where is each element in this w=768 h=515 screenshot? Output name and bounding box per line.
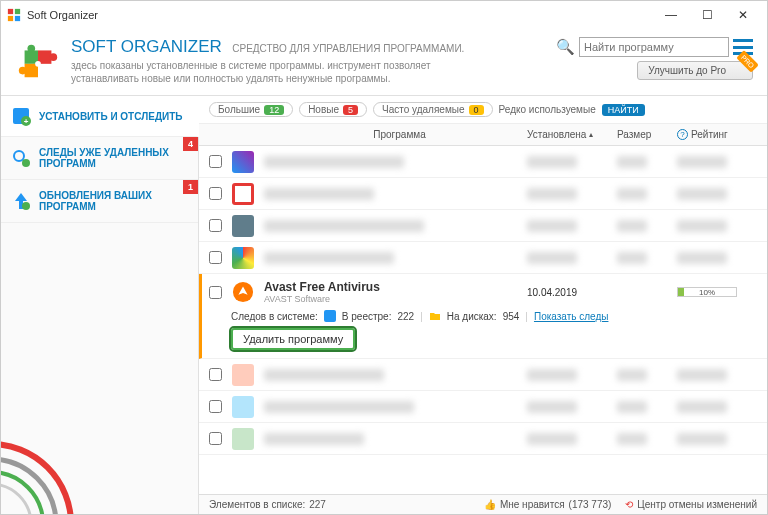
pro-badge: PRO — [736, 50, 759, 73]
traces-icon — [11, 148, 31, 168]
svg-rect-1 — [15, 9, 20, 14]
titlebar: Soft Organizer — ☐ ✕ — [1, 1, 767, 29]
status-bar: Элементов в списке: 227 👍 Мне нравится (… — [199, 494, 767, 514]
svg-rect-2 — [8, 16, 13, 21]
sidebar-item-updates[interactable]: ОБНОВЛЕНИЯ ВАШИХ ПРОГРАММ 1 — [1, 180, 198, 223]
upgrade-pro-label: Улучшить до Pro — [648, 65, 726, 76]
undo-center-button[interactable]: ⟲ Центр отмены изменений — [625, 499, 757, 510]
column-size[interactable]: Размер — [617, 129, 677, 140]
row-checkbox[interactable] — [209, 368, 222, 381]
sidebar-item-label: УСТАНОВИТЬ И ОТСЛЕДИТЬ — [39, 111, 183, 122]
table-row[interactable] — [199, 210, 767, 242]
puzzle-icon — [15, 37, 61, 83]
app-logo-icon — [7, 8, 21, 22]
svg-rect-3 — [15, 16, 20, 21]
find-button[interactable]: НАЙТИ — [602, 104, 645, 116]
sidebar: + УСТАНОВИТЬ И ОТСЛЕДИТЬ СЛЕДЫ УЖЕ УДАЛЕ… — [1, 96, 199, 514]
disk-count: 954 — [503, 311, 520, 322]
filter-big[interactable]: Большие12 — [209, 102, 293, 117]
undo-icon: ⟲ — [625, 499, 633, 510]
registry-count: 222 — [397, 311, 414, 322]
selected-app-vendor: AVAST Software — [264, 294, 527, 304]
main-panel: Большие12 Новые5 Часто удаляемые0 Редко … — [199, 96, 767, 514]
selected-app-name: Avast Free Antivirus — [264, 280, 527, 294]
install-icon: + — [11, 106, 31, 126]
decorative-arcs — [1, 414, 111, 514]
row-checkbox[interactable] — [209, 400, 222, 413]
filter-new[interactable]: Новые5 — [299, 102, 367, 117]
sidebar-item-label: ОБНОВЛЕНИЯ ВАШИХ ПРОГРАММ — [39, 190, 188, 212]
svg-point-13 — [22, 159, 30, 167]
table-row[interactable] — [199, 391, 767, 423]
table-header: Программа Установлена▴ Размер ?Рейтинг — [199, 123, 767, 146]
selected-details: Следов в системе: В реестре: 222 | На ди… — [231, 310, 757, 322]
app-title: SOFT ORGANIZER — [71, 37, 222, 56]
sidebar-item-traces[interactable]: СЛЕДЫ УЖЕ УДАЛЕННЫХ ПРОГРАММ 4 — [1, 137, 198, 180]
app-icon — [232, 247, 254, 269]
updates-icon — [11, 191, 31, 211]
svg-point-6 — [19, 67, 27, 75]
like-button[interactable]: 👍 Мне нравится (173 773) — [484, 499, 611, 510]
row-checkbox[interactable] — [209, 251, 222, 264]
disk-icon — [429, 310, 441, 322]
column-program[interactable]: Программа — [272, 129, 527, 140]
row-checkbox[interactable] — [209, 219, 222, 232]
sort-arrow-icon: ▴ — [589, 130, 593, 139]
column-rating[interactable]: ?Рейтинг — [677, 129, 757, 140]
app-icon — [232, 183, 254, 205]
registry-icon — [324, 310, 336, 322]
uninstall-button[interactable]: Удалить программу — [231, 328, 355, 350]
app-icon — [232, 364, 254, 386]
item-count: Элементов в списке: 227 — [209, 499, 326, 510]
row-checkbox[interactable] — [209, 155, 222, 168]
app-subtitle: СРЕДСТВО ДЛЯ УПРАВЛЕНИЯ ПРОГРАММАМИ. — [232, 43, 464, 54]
sidebar-badge: 4 — [183, 137, 198, 151]
table-row[interactable] — [199, 146, 767, 178]
svg-text:+: + — [24, 117, 29, 126]
svg-point-4 — [27, 45, 35, 53]
row-checkbox[interactable] — [209, 187, 222, 200]
app-description: здесь показаны установленные в системе п… — [71, 59, 491, 85]
table-row[interactable] — [199, 178, 767, 210]
row-checkbox[interactable] — [209, 286, 222, 299]
app-icon — [232, 396, 254, 418]
column-installed[interactable]: Установлена▴ — [527, 129, 617, 140]
header: SOFT ORGANIZER СРЕДСТВО ДЛЯ УПРАВЛЕНИЯ П… — [1, 29, 767, 96]
table-row[interactable] — [199, 242, 767, 274]
show-traces-link[interactable]: Показать следы — [534, 311, 609, 322]
filter-often-removed[interactable]: Часто удаляемые0 — [373, 102, 493, 117]
minimize-button[interactable]: — — [653, 3, 689, 27]
app-icon — [232, 428, 254, 450]
maximize-button[interactable]: ☐ — [689, 3, 725, 27]
svg-point-7 — [35, 61, 41, 67]
close-button[interactable]: ✕ — [725, 3, 761, 27]
svg-point-11 — [14, 151, 24, 161]
filter-rarely-used[interactable]: Редко используемые — [499, 104, 596, 115]
table-row[interactable] — [199, 423, 767, 455]
program-list: Avast Free Antivirus AVAST Software 10.0… — [199, 146, 767, 494]
window-title: Soft Organizer — [27, 9, 653, 21]
svg-point-5 — [50, 53, 58, 61]
help-icon: ? — [677, 129, 688, 140]
app-icon — [232, 215, 254, 237]
table-row[interactable] — [199, 359, 767, 391]
svg-point-14 — [22, 202, 30, 210]
avast-icon — [232, 281, 254, 303]
sidebar-item-install-track[interactable]: + УСТАНОВИТЬ И ОТСЛЕДИТЬ — [1, 96, 199, 137]
search-input[interactable] — [579, 37, 729, 57]
sidebar-badge: 1 — [183, 180, 198, 194]
thumbs-up-icon: 👍 — [484, 499, 496, 510]
upgrade-pro-button[interactable]: Улучшить до Pro PRO — [637, 61, 753, 80]
svg-rect-0 — [8, 9, 13, 14]
selected-install-date: 10.04.2019 — [527, 287, 617, 298]
app-icon — [232, 151, 254, 173]
filter-bar: Большие12 Новые5 Часто удаляемые0 Редко … — [199, 96, 767, 123]
table-row-selected[interactable]: Avast Free Antivirus AVAST Software 10.0… — [199, 274, 767, 359]
rating-bar: 10% — [677, 287, 737, 297]
sidebar-item-label: СЛЕДЫ УЖЕ УДАЛЕННЫХ ПРОГРАММ — [39, 147, 188, 169]
row-checkbox[interactable] — [209, 432, 222, 445]
traces-label: Следов в системе: — [231, 311, 318, 322]
search-icon: 🔍 — [556, 38, 575, 56]
svg-rect-20 — [324, 310, 336, 322]
